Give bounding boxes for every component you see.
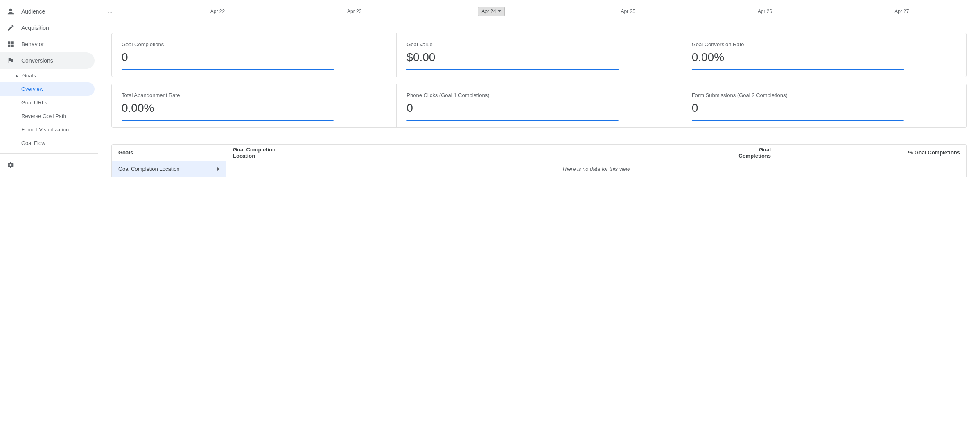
sidebar-item-audience[interactable]: Audience	[0, 3, 95, 20]
goals-header[interactable]: ▲ Goals	[0, 69, 95, 82]
table-row: Goal Completion Location There is no dat…	[111, 161, 967, 177]
goal-row-left: Goal Completion Location	[112, 161, 226, 177]
metric-card-conversion-rate: Goal Conversion Rate 0.00%	[682, 33, 966, 77]
sidebar-label-audience: Audience	[21, 8, 45, 15]
metric-label-goal-value: Goal Value	[406, 41, 671, 47]
metric-value-phone-clicks: 0	[406, 102, 671, 115]
sidebar-item-goal-urls[interactable]: Goal URLs	[0, 96, 95, 109]
sidebar-label-behavior: Behavior	[21, 41, 44, 47]
table-section: Goals Goal CompletionLocation GoalComple…	[98, 141, 980, 187]
sidebar-item-conversions[interactable]: Conversions	[0, 52, 95, 69]
goal-flow-label: Goal Flow	[21, 140, 45, 146]
metric-underline-1	[122, 69, 334, 70]
reverse-goal-path-label: Reverse Goal Path	[21, 113, 66, 119]
no-data-text: There is no data for this view.	[562, 166, 631, 172]
chevron-down-icon	[498, 10, 501, 12]
pct-goal-completions-header: % Goal Completions	[781, 149, 960, 156]
sidebar-item-behavior[interactable]: Behavior	[0, 36, 95, 52]
metric-underline-4	[122, 120, 334, 121]
metric-underline-6	[692, 120, 904, 121]
triangle-up-icon: ▲	[15, 73, 19, 78]
metric-label-phone-clicks: Phone Clicks (Goal 1 Completions)	[406, 92, 671, 98]
funnel-viz-label: Funnel Visualization	[21, 127, 69, 133]
metrics-row-1: Goal Completions 0 Goal Value $0.00 Goal…	[111, 33, 967, 77]
metric-value-conversion-rate: 0.00%	[692, 51, 957, 64]
sidebar-item-funnel-viz[interactable]: Funnel Visualization	[0, 123, 95, 136]
goal-completion-location-label: Goal Completion Location	[118, 166, 180, 172]
date-marker-box[interactable]: Apr 24	[478, 7, 504, 16]
sidebar-item-overview[interactable]: Overview	[0, 82, 95, 96]
metric-card-abandonment: Total Abandonment Rate 0.00%	[112, 84, 397, 127]
metrics-row-2: Total Abandonment Rate 0.00% Phone Click…	[111, 84, 967, 128]
metrics-section: Goal Completions 0 Goal Value $0.00 Goal…	[98, 23, 980, 141]
acquisition-icon	[7, 24, 15, 32]
goals-col-header: Goals	[112, 145, 226, 161]
metric-label-conversion-rate: Goal Conversion Rate	[692, 41, 957, 47]
metric-value-goal-completions: 0	[122, 51, 386, 64]
main-content: ... Apr 22 Apr 23 Apr 24 Apr 25 Apr 26 A…	[98, 0, 980, 425]
timeline-date-apr22: Apr 22	[149, 9, 286, 14]
sidebar-item-settings[interactable]	[0, 157, 95, 173]
timeline-dates: ... Apr 22 Apr 23 Apr 24 Apr 25 Apr 26 A…	[108, 7, 970, 16]
no-data-message: There is no data for this view.	[226, 161, 966, 177]
table-right-headers: Goal CompletionLocation GoalCompletions …	[226, 145, 966, 161]
timeline-date-apr25: Apr 25	[560, 9, 696, 14]
gear-icon	[7, 161, 15, 169]
metric-underline-3	[692, 69, 904, 70]
sidebar-item-reverse-goal-path[interactable]: Reverse Goal Path	[0, 109, 95, 123]
metric-value-abandonment: 0.00%	[122, 102, 386, 115]
metric-card-goal-completions: Goal Completions 0	[112, 33, 397, 77]
person-icon	[7, 7, 15, 16]
goal-completion-location-header: Goal CompletionLocation	[233, 147, 592, 159]
sidebar-label-conversions: Conversions	[21, 57, 53, 64]
metric-card-form-submissions: Form Submissions (Goal 2 Completions) 0	[682, 84, 966, 127]
metric-label-abandonment: Total Abandonment Rate	[122, 92, 386, 98]
goals-label: Goals	[22, 72, 36, 79]
sidebar-divider	[0, 153, 98, 154]
flag-icon	[7, 57, 15, 65]
metric-card-phone-clicks: Phone Clicks (Goal 1 Completions) 0	[397, 84, 682, 127]
goal-urls-label: Goal URLs	[21, 99, 47, 106]
metric-label-goal-completions: Goal Completions	[122, 41, 386, 47]
timeline-date-apr27: Apr 27	[833, 9, 970, 14]
overview-label: Overview	[21, 86, 43, 92]
metric-value-goal-value: $0.00	[406, 51, 671, 64]
sidebar-item-acquisition[interactable]: Acquisition	[0, 20, 95, 36]
timeline-date-apr23: Apr 23	[286, 9, 423, 14]
metric-label-form-submissions: Form Submissions (Goal 2 Completions)	[692, 92, 957, 98]
goal-completion-location-row[interactable]: Goal Completion Location	[112, 161, 226, 177]
metric-underline-2	[406, 69, 619, 70]
metric-underline-5	[406, 120, 619, 121]
arrow-right-icon	[217, 167, 219, 171]
active-date-label: Apr 24	[481, 9, 496, 14]
metric-card-goal-value: Goal Value $0.00	[397, 33, 682, 77]
behavior-icon	[7, 40, 15, 48]
table-header: Goals Goal CompletionLocation GoalComple…	[111, 144, 967, 161]
timeline-ellipsis: ...	[108, 9, 149, 14]
timeline-date-apr24[interactable]: Apr 24	[423, 7, 560, 16]
sidebar-label-acquisition: Acquisition	[21, 25, 49, 31]
goal-completions-header: GoalCompletions	[592, 147, 781, 159]
timeline-bar: ... Apr 22 Apr 23 Apr 24 Apr 25 Apr 26 A…	[98, 0, 980, 23]
timeline-date-apr26: Apr 26	[696, 9, 833, 14]
metric-value-form-submissions: 0	[692, 102, 957, 115]
sidebar-item-goal-flow[interactable]: Goal Flow	[0, 136, 95, 150]
sidebar: Audience Acquisition Behavior Conversion…	[0, 0, 98, 425]
